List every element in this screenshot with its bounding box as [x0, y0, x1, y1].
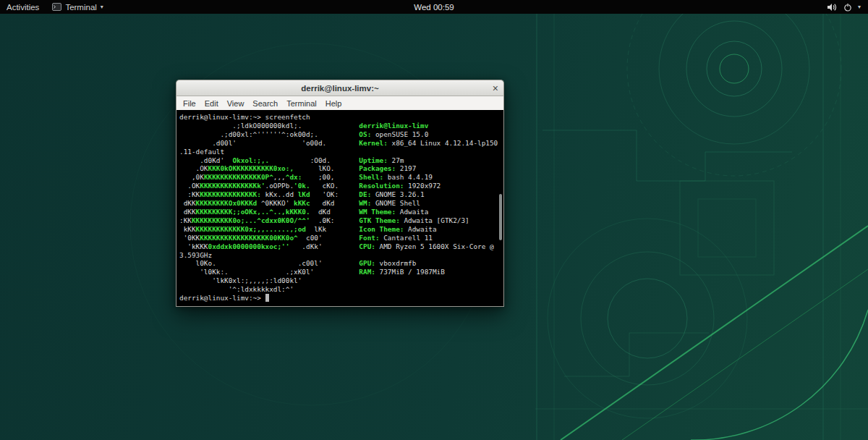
- terminal-info-column: WM: GNOME Shell: [359, 199, 420, 207]
- menu-help[interactable]: Help: [321, 99, 346, 108]
- terminal-info-column: DE: GNOME 3.26.1: [359, 190, 424, 198]
- terminal-text-segment: dKd: [310, 199, 335, 207]
- terminal-line: derrik@linux-limv:~>: [179, 294, 503, 302]
- menu-search[interactable]: Search: [248, 99, 282, 108]
- terminal-ascii-art-column: .11-default: [179, 148, 359, 156]
- terminal-text-segment: derrik@linux-limv:~>: [179, 294, 265, 302]
- terminal-info-column: GTK Theme: Adwaita [GTK2/3]: [359, 216, 469, 224]
- terminal-text-segment: cKO.: [310, 182, 339, 190]
- terminal-text-segment: dKK: [179, 199, 196, 207]
- terminal-body[interactable]: derrik@linux-limv:~> screenfetch .;ldkO0…: [176, 110, 504, 307]
- terminal-ascii-art-column: '0KKKKKKKKKKKKKKKKKKK00KK0o^ c00': [179, 234, 359, 242]
- terminal-line: 'l0Kk:. .;xK0l'RAM: 737MiB / 1987MiB: [179, 268, 503, 276]
- terminal-text-segment: .oOPPb.: [265, 182, 294, 190]
- terminal-ascii-art-column: .;d00xl:^''''''^:ok00d;.: [179, 130, 359, 139]
- terminal-text-segment: .0K:: [310, 216, 335, 224]
- terminal-scrollbar[interactable]: [499, 194, 502, 240]
- terminal-text-segment: .11-default: [179, 148, 224, 156]
- terminal-line: 'kKKK0xddxk0000000kxoc;'' .dKk'CPU: AMD …: [179, 242, 503, 251]
- terminal-text-segment: Adwaita: [404, 225, 436, 233]
- terminal-text-segment: x86_64 Linux 4.12.14-lp150: [388, 139, 498, 147]
- terminal-text-segment: ^0KKKO': [257, 199, 289, 207]
- app-menu-button[interactable]: Terminal ▾: [46, 0, 109, 14]
- terminal-text-segment: .dKk': [289, 242, 322, 250]
- terminal-text-segment: Shell:: [359, 173, 383, 181]
- menu-view[interactable]: View: [223, 99, 249, 108]
- terminal-info-column: WM Theme: Adwaita: [359, 208, 428, 216]
- terminal-info-column: RAM: 737MiB / 1987MiB: [359, 268, 445, 276]
- terminal-text-segment: OS:: [359, 130, 371, 138]
- power-icon: [843, 3, 852, 12]
- terminal-text-segment: AMD Ryzen 5 1600X Six-Core @: [375, 242, 494, 250]
- clock[interactable]: Wed 00:59: [0, 3, 868, 12]
- terminal-text-segment: ,0K: [179, 173, 204, 181]
- terminal-info-column: Icon Theme: Adwaita: [359, 225, 436, 233]
- terminal-text-segment: KKKKKKKKKK0o;...^cdxx0K0O/^^': [192, 216, 310, 224]
- terminal-info-column: Shell: bash 4.4.19: [359, 173, 433, 181]
- terminal-line: .;ldkO000000kdl;.derrik@linux-limv: [179, 122, 503, 130]
- terminal-text-segment: Uptime:: [359, 156, 388, 164]
- terminal-text-segment: '0k.: [294, 182, 310, 190]
- terminal-text-segment: Packages:: [359, 164, 396, 172]
- terminal-line: .d00l' 'o00d.Kernel: x86_64 Linux 4.12.1…: [179, 139, 503, 148]
- terminal-text-segment: c00': [298, 234, 323, 242]
- terminal-text-segment: openSUSE 15.0: [371, 130, 428, 138]
- terminal-ascii-art-column: kKKKKKKKKKKKKKK0x;,,......,;od lKk: [179, 225, 359, 234]
- terminal-text-segment: KKKKKKKKKKKKKK0P^: [204, 173, 273, 181]
- terminal-ascii-art-column: 'kKKK0xddxk0000000kxoc;'' .dKk': [179, 242, 359, 251]
- terminal-text-segment: 'lkK0xl:;,,,,;:ld00kl': [179, 276, 302, 284]
- terminal-line: l0Ko. .c00l'GPU: vboxdrmfb: [179, 259, 503, 268]
- terminal-text-segment: lKk: [306, 225, 326, 233]
- terminal-text-segment: l0Ko. .c00l': [179, 259, 323, 267]
- terminal-text-segment: lKO.: [294, 164, 334, 172]
- menu-file[interactable]: File: [179, 99, 200, 108]
- terminal-line: .OKKKKKKKKKKKKKKKk'.oOPPb.'0k. cKO.Resol…: [179, 182, 503, 190]
- terminal-text-segment: Icon Theme:: [359, 225, 404, 233]
- terminal-ascii-art-column: .OKKKKKKKKKKKKKKKk'.oOPPb.'0k. cKO.: [179, 182, 359, 190]
- menu-terminal[interactable]: Terminal: [282, 99, 321, 108]
- terminal-text-segment: .;d00xl:^''''''^:ok00d;.: [179, 130, 318, 138]
- terminal-text-segment: ;00,: [302, 173, 334, 181]
- terminal-line: .;d00xl:^''''''^:ok00d;.OS: openSUSE 15.…: [179, 130, 503, 139]
- terminal-text-segment: .d00l' 'o00d.: [179, 139, 326, 147]
- terminal-info-column: CPU: AMD Ryzen 5 1600X Six-Core @: [359, 242, 493, 250]
- window-title: derrik@linux-limv:~: [301, 84, 378, 93]
- terminal-text-segment: RAM:: [359, 268, 375, 276]
- terminal-text-segment: .OK: [179, 182, 200, 190]
- window-titlebar[interactable]: derrik@linux-limv:~ ×: [176, 80, 504, 96]
- terminal-text-segment: dKK: [179, 208, 196, 216]
- terminal-window: derrik@linux-limv:~ × File Edit View Sea…: [176, 80, 504, 307]
- terminal-text-segment: kKK: [179, 225, 196, 233]
- terminal-text-segment: derrik@linux-limv: [359, 122, 428, 130]
- terminal-ascii-art-column: '^:ldxkkkkxdl:^': [179, 285, 359, 294]
- terminal-text-segment: '0KK: [179, 234, 200, 242]
- terminal-text-segment: 1920x972: [404, 182, 441, 190]
- terminal-ascii-art-column: dKKKKKKKKKKOx0KKKd ^0KKKO' kKKc dKd: [179, 199, 359, 208]
- menu-edit[interactable]: Edit: [200, 99, 223, 108]
- terminal-ascii-art-column: 'l0Kk:. .;xK0l': [179, 268, 359, 276]
- activities-button[interactable]: Activities: [0, 0, 46, 14]
- terminal-info-column: Resolution: 1920x972: [359, 182, 441, 190]
- terminal-text-segment: 'l0Kk:. .;xK0l': [179, 268, 314, 276]
- terminal-text-segment: Okxol:;,.: [224, 156, 269, 164]
- terminal-ascii-art-column: ,0KKKKKKKKKKKKKKK0P^,,,^dx: ;00,: [179, 173, 359, 182]
- terminal-cursor: [265, 294, 270, 302]
- terminal-text-segment: KKKKKKKKKKKKKK:: [200, 190, 261, 198]
- close-button[interactable]: ×: [493, 80, 498, 96]
- terminal-text-segment: vboxdrmfb: [375, 259, 416, 267]
- terminal-text-segment: '^:ldxkkkkxdl:^': [179, 285, 294, 293]
- terminal-text-segment: 3.593GHz: [179, 251, 212, 259]
- terminal-text-segment: :KK: [179, 216, 192, 224]
- terminal-ascii-art-column: .OKKKK0kOKKKKKKKKKK0xo:, lKO.: [179, 164, 359, 173]
- terminal-info-column: GPU: vboxdrmfb: [359, 259, 416, 267]
- terminal-text-segment: .OK: [179, 164, 208, 172]
- terminal-info-column: derrik@linux-limv: [359, 122, 428, 130]
- system-status-area[interactable]: ▾: [820, 0, 868, 14]
- terminal-ascii-art-column: .;ldkO000000kdl;.: [179, 122, 359, 130]
- top-bar: Activities Terminal ▾ Wed 00:59 ▾: [0, 0, 868, 14]
- terminal-info-column: OS: openSUSE 15.0: [359, 130, 428, 138]
- terminal-ascii-art-column: 'lkK0xl:;,,,,;:ld00kl': [179, 276, 359, 285]
- top-bar-left: Activities Terminal ▾: [0, 0, 110, 14]
- terminal-ascii-art-column: :KKKKKKKKKKKK0o;...^cdxx0K0O/^^' .0K:: [179, 216, 359, 225]
- terminal-text-segment: ^dx:: [286, 173, 302, 181]
